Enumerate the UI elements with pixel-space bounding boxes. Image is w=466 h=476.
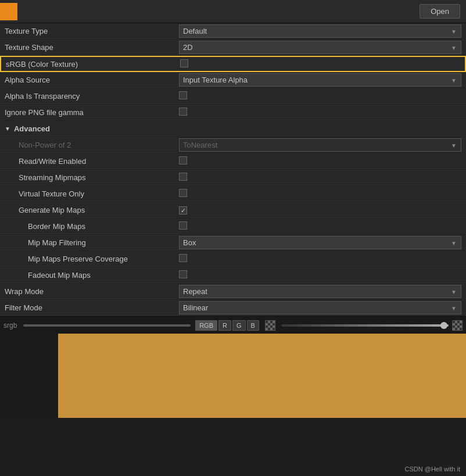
preview-wrapper (0, 334, 466, 418)
checker-icon-2[interactable] (452, 320, 463, 331)
texture-type-row: Texture Type Default (0, 23, 466, 40)
texture-shape-row: Texture Shape 2D (0, 40, 466, 56)
alpha-source-dropdown[interactable]: Input Texture Alpha (179, 73, 461, 87)
advanced-section-header[interactable]: ▼ Advanced (0, 121, 466, 137)
non-power-dropdown[interactable]: ToNearest (179, 138, 461, 152)
alpha-source-value: Input Texture Alpha (179, 73, 461, 87)
non-power-value: ToNearest (179, 138, 461, 152)
streaming-label: Streaming Mipmaps (5, 173, 179, 182)
orange-square (0, 3, 17, 20)
mip-filtering-row: Mip Map Filtering Box (0, 235, 466, 251)
wrap-mode-value: Repeat (179, 285, 461, 298)
texture-shape-label: Texture Shape (5, 43, 179, 52)
advanced-title: Advanced (14, 124, 50, 133)
checker-icon[interactable] (265, 320, 275, 331)
rgb-button[interactable]: RGB (195, 320, 217, 331)
alpha-transparency-row: Alpha Is Transparency (0, 88, 466, 105)
alpha-transparency-value (179, 91, 461, 101)
alpha-transparency-label: Alpha Is Transparency (5, 92, 179, 101)
alpha-slider-thumb[interactable] (440, 322, 447, 329)
mip-filtering-dropdown-wrapper[interactable]: Box (179, 236, 461, 249)
wrap-mode-label: Wrap Mode (5, 287, 179, 296)
alpha-source-label: Alpha Source (5, 76, 179, 84)
fadeout-checkbox[interactable] (179, 270, 187, 278)
mip-coverage-value (179, 254, 461, 264)
texture-type-value: Default (179, 24, 461, 38)
fadeout-value (179, 270, 461, 280)
generate-mip-row: Generate Mip Maps ✓ (0, 202, 466, 219)
texture-type-dropdown[interactable]: Default (179, 24, 461, 38)
texture-type-dropdown-wrapper[interactable]: Default (179, 24, 461, 38)
alpha-source-row: Alpha Source Input Texture Alpha (0, 72, 466, 88)
virtual-texture-row: Virtual Texture Only (0, 186, 466, 202)
filter-mode-dropdown[interactable]: Bilinear (179, 301, 461, 314)
ignore-png-row: Ignore PNG file gamma (0, 105, 466, 121)
wrap-mode-row: Wrap Mode Repeat (0, 284, 466, 300)
border-mip-label: Border Mip Maps (5, 222, 179, 231)
srgb-checkbox[interactable] (180, 59, 188, 67)
fadeout-label: Fadeout Mip Maps (5, 271, 179, 280)
generate-mip-value: ✓ (179, 206, 461, 215)
r-button[interactable]: R (218, 320, 231, 331)
virtual-texture-checkbox[interactable] (179, 189, 187, 197)
mip-coverage-checkbox[interactable] (179, 254, 187, 262)
main-slider-track[interactable] (23, 324, 191, 327)
rgb-buttons-group: RGB R G B (195, 320, 259, 331)
open-button[interactable]: Open (420, 4, 460, 19)
non-power-label: Non-Power of 2 (5, 141, 179, 149)
alpha-transparency-checkbox[interactable] (179, 91, 187, 99)
streaming-checkbox[interactable] (179, 173, 187, 181)
srgb-value (180, 59, 460, 69)
virtual-texture-label: Virtual Texture Only (5, 189, 179, 198)
watermark: CSDN @Hell with it (404, 466, 460, 473)
non-power-row: Non-Power of 2 ToNearest (0, 137, 466, 153)
wrap-mode-dropdown[interactable]: Repeat (179, 285, 461, 298)
ignore-png-value (179, 108, 461, 117)
preview-side (0, 334, 29, 418)
non-power-dropdown-wrapper[interactable]: ToNearest (179, 138, 461, 152)
generate-mip-label: Generate Mip Maps (5, 206, 179, 214)
mip-coverage-row: Mip Maps Preserve Coverage (0, 251, 466, 267)
texture-shape-dropdown-wrapper[interactable]: 2D (179, 41, 461, 54)
srgb-label: sRGB (Color Texture) (6, 60, 180, 69)
read-write-row: Read/Write Enabled (0, 153, 466, 170)
mip-filtering-dropdown[interactable]: Box (179, 236, 461, 249)
border-mip-value (179, 221, 461, 231)
filter-mode-dropdown-wrapper[interactable]: Bilinear (179, 301, 461, 314)
preview-area (58, 334, 466, 418)
border-mip-row: Border Mip Maps (0, 219, 466, 235)
srgb-row: sRGB (Color Texture) (0, 56, 466, 72)
read-write-value (179, 156, 461, 166)
texture-type-label: Texture Type (5, 27, 179, 35)
advanced-triangle-icon: ▼ (5, 126, 10, 132)
alpha-source-dropdown-wrapper[interactable]: Input Texture Alpha (179, 73, 461, 87)
border-mip-checkbox[interactable] (179, 221, 187, 230)
filter-mode-label: Filter Mode (5, 303, 179, 312)
ignore-png-label: Ignore PNG file gamma (5, 108, 179, 117)
texture-shape-dropdown[interactable]: 2D (179, 41, 461, 54)
streaming-row: Streaming Mipmaps (0, 170, 466, 186)
fadeout-row: Fadeout Mip Maps (0, 267, 466, 284)
filter-mode-value: Bilinear (179, 301, 461, 314)
bottom-bar: srgb RGB R G B (0, 316, 466, 334)
filter-mode-row: Filter Mode Bilinear (0, 300, 466, 316)
generate-mip-checkbox[interactable]: ✓ (179, 206, 187, 214)
mip-filtering-label: Mip Map Filtering (5, 238, 179, 247)
settings-panel: Texture Type Default Texture Shape 2D (0, 23, 466, 316)
b-button[interactable]: B (247, 320, 259, 331)
g-button[interactable]: G (232, 320, 246, 331)
ignore-png-checkbox[interactable] (179, 108, 187, 116)
virtual-texture-value (179, 189, 461, 199)
streaming-value (179, 173, 461, 182)
alpha-slider[interactable] (281, 324, 449, 327)
top-bar: Open (0, 0, 466, 23)
mip-filtering-value: Box (179, 236, 461, 249)
wrap-mode-dropdown-wrapper[interactable]: Repeat (179, 285, 461, 298)
read-write-checkbox[interactable] (179, 156, 187, 164)
texture-shape-value: 2D (179, 41, 461, 54)
read-write-label: Read/Write Enabled (5, 157, 179, 166)
mip-coverage-label: Mip Maps Preserve Coverage (5, 255, 179, 263)
channel-label: srgb (3, 321, 21, 330)
